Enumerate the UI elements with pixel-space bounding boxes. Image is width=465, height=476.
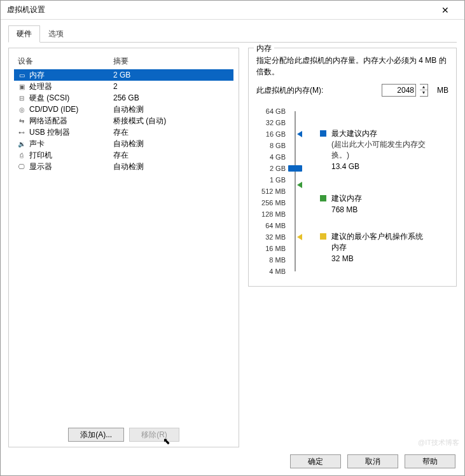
disk-icon: ⊟ bbox=[17, 93, 27, 102]
remove-button: 移除(R) bbox=[129, 428, 179, 442]
close-icon[interactable]: ✕ bbox=[433, 5, 458, 15]
header-summary: 摘要 bbox=[113, 56, 233, 67]
device-summary: 存在 bbox=[113, 127, 233, 138]
printer-icon: ⎙ bbox=[17, 151, 27, 160]
legend-rec-value: 768 MB bbox=[331, 205, 362, 214]
ok-button[interactable]: 确定 bbox=[290, 454, 341, 468]
device-row-2[interactable]: ⊟硬盘 (SCSI)256 GB bbox=[14, 92, 233, 104]
device-name: 内存 bbox=[29, 70, 113, 81]
device-name: 处理器 bbox=[29, 81, 113, 92]
window-title: 虚拟机设置 bbox=[7, 4, 433, 15]
tick-label: 8 GB bbox=[256, 140, 286, 151]
device-name: USB 控制器 bbox=[29, 127, 113, 138]
tick-label: 128 MB bbox=[256, 208, 286, 220]
spin-down-icon[interactable]: ▼ bbox=[420, 90, 427, 96]
help-button[interactable]: 帮助 bbox=[405, 454, 455, 468]
tick-label: 2 GB bbox=[256, 163, 286, 174]
legend-min-label: 建议的最小客户机操作系统内存 bbox=[331, 231, 427, 253]
device-row-4[interactable]: ⇆网络适配器桥接模式 (自动) bbox=[14, 115, 233, 126]
device-row-5[interactable]: ⊷USB 控制器存在 bbox=[14, 126, 233, 138]
tick-label: 64 GB bbox=[256, 105, 286, 117]
cancel-button[interactable]: 取消 bbox=[347, 454, 398, 468]
device-row-1[interactable]: ▣处理器2 bbox=[14, 81, 233, 92]
usb-icon: ⊷ bbox=[17, 128, 27, 137]
tick-label: 64 MB bbox=[256, 220, 286, 231]
device-summary: 自动检测 bbox=[113, 161, 233, 172]
memory-description: 指定分配给此虚拟机的内存量。内存大小必须为 4 MB 的倍数。 bbox=[256, 55, 448, 78]
device-name: 硬盘 (SCSI) bbox=[29, 93, 113, 104]
device-summary: 存在 bbox=[113, 150, 233, 161]
slider-track-column bbox=[289, 105, 301, 277]
device-row-6[interactable]: 🔉声卡自动检测 bbox=[14, 138, 233, 149]
device-name: CD/DVD (IDE) bbox=[29, 105, 113, 114]
device-row-3[interactable]: ◎CD/DVD (IDE)自动检测 bbox=[14, 104, 233, 115]
add-button[interactable]: 添加(A)... bbox=[68, 428, 124, 442]
dialog-footer: 确定 取消 帮助 bbox=[1, 447, 464, 475]
memory-input[interactable] bbox=[382, 84, 416, 97]
tick-label: 1 GB bbox=[256, 174, 286, 186]
legend-max-label: 最大建议内存 bbox=[331, 128, 427, 139]
tick-label: 32 MB bbox=[256, 231, 286, 243]
tick-label: 16 GB bbox=[256, 128, 286, 140]
tab-hardware[interactable]: 硬件 bbox=[8, 25, 40, 43]
device-summary: 256 GB bbox=[113, 93, 233, 102]
legend-min-value: 32 MB bbox=[331, 254, 427, 263]
memory-icon: ▭ bbox=[17, 71, 27, 79]
legend-max-note: (超出此大小可能发生内存交换。) bbox=[331, 139, 427, 161]
titlebar: 虚拟机设置 ✕ bbox=[1, 1, 464, 20]
spin-up-icon[interactable]: ▲ bbox=[420, 85, 427, 90]
device-name: 声卡 bbox=[29, 139, 113, 149]
device-list: ▭内存2 GB▣处理器2⊟硬盘 (SCSI)256 GB◎CD/DVD (IDE… bbox=[14, 69, 233, 423]
tick-label: 32 GB bbox=[256, 117, 286, 128]
memory-spinner[interactable]: ▲▼ bbox=[420, 84, 428, 97]
tab-options[interactable]: 选项 bbox=[40, 25, 72, 43]
memory-group: 内存 指定分配给此虚拟机的内存量。内存大小必须为 4 MB 的倍数。 此虚拟机的… bbox=[248, 48, 457, 287]
slider-ticks: 64 GB32 GB16 GB8 GB4 GB2 GB1 GB512 MB256… bbox=[256, 105, 289, 277]
cd-icon: ◎ bbox=[17, 105, 27, 114]
sound-icon: 🔉 bbox=[17, 139, 27, 148]
legend-rec-swatch bbox=[320, 195, 326, 201]
slider-legend: 最大建议内存 (超出此大小可能发生内存交换。) 13.4 GB 建议内存 768… bbox=[301, 105, 448, 277]
tick-label: 4 MB bbox=[256, 266, 286, 277]
network-icon: ⇆ bbox=[17, 116, 27, 125]
legend-max-value: 13.4 GB bbox=[331, 162, 427, 171]
tick-label: 8 MB bbox=[256, 254, 286, 266]
device-summary: 2 bbox=[113, 82, 233, 91]
cpu-icon: ▣ bbox=[17, 82, 27, 91]
device-row-8[interactable]: 🖵显示器自动检测 bbox=[14, 161, 233, 172]
memory-label: 此虚拟机的内存(M): bbox=[256, 85, 323, 96]
memory-unit: MB bbox=[437, 86, 448, 95]
device-summary: 自动检测 bbox=[113, 139, 233, 149]
device-row-7[interactable]: ⎙打印机存在 bbox=[14, 149, 233, 161]
legend-min-swatch bbox=[320, 233, 326, 240]
tick-label: 16 MB bbox=[256, 243, 286, 254]
slider-track[interactable] bbox=[295, 111, 296, 271]
tick-label: 512 MB bbox=[256, 186, 286, 197]
tick-label: 256 MB bbox=[256, 197, 286, 208]
group-title: 内存 bbox=[254, 43, 274, 54]
device-summary: 2 GB bbox=[113, 71, 233, 79]
header-device: 设备 bbox=[18, 56, 113, 67]
device-summary: 桥接模式 (自动) bbox=[113, 116, 233, 126]
column-headers: 设备 摘要 bbox=[14, 53, 233, 69]
slider-thumb[interactable] bbox=[288, 165, 302, 172]
legend-max-swatch bbox=[320, 130, 326, 137]
device-name: 显示器 bbox=[29, 161, 113, 172]
device-row-0[interactable]: ▭内存2 GB bbox=[14, 69, 233, 81]
device-panel: 设备 摘要 ▭内存2 GB▣处理器2⊟硬盘 (SCSI)256 GB◎CD/DV… bbox=[8, 48, 239, 447]
legend-rec-label: 建议内存 bbox=[331, 193, 362, 204]
device-name: 打印机 bbox=[29, 150, 113, 161]
tick-label: 4 GB bbox=[256, 151, 286, 163]
watermark: @IT技术博客 bbox=[418, 438, 459, 447]
tabstrip: 硬件 选项 bbox=[8, 25, 457, 43]
device-name: 网络适配器 bbox=[29, 116, 113, 126]
device-summary: 自动检测 bbox=[113, 104, 233, 115]
display-icon: 🖵 bbox=[17, 162, 27, 171]
